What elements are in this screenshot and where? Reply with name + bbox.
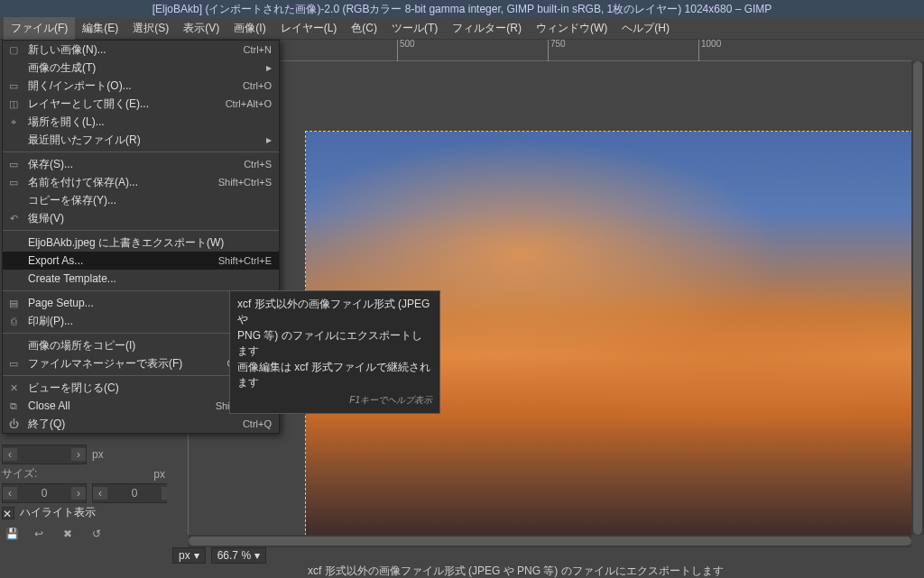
checkbox-icon: ✕ <box>2 507 14 519</box>
menu-help[interactable]: ヘルプ(H) <box>614 17 677 40</box>
menu-item[interactable]: ◫レイヤーとして開く(E)...Ctrl+Alt+O <box>3 95 279 113</box>
menu-item[interactable]: EljoBAkb.jpeg に上書きエクスポート(W) <box>3 234 279 252</box>
menu-item-icon <box>6 235 21 250</box>
menu-windows[interactable]: ウィンドウ(W) <box>529 17 614 40</box>
panel-toolbar: 💾 ↩ ✖ ↺ <box>2 522 165 546</box>
chevron-down-icon: ▾ <box>254 549 260 562</box>
menu-edit[interactable]: 編集(E) <box>75 17 125 40</box>
menu-item[interactable]: ▭保存(S)...Ctrl+S <box>3 155 279 173</box>
menu-item[interactable]: ↶復帰(V) <box>3 209 279 227</box>
menu-item-shortcut: Ctrl+S <box>244 159 272 170</box>
menu-item-label: 名前を付けて保存(A)... <box>28 175 211 190</box>
menu-item-icon <box>6 133 21 147</box>
menu-item-label: 画像の生成(T) <box>28 60 259 76</box>
menu-item-icon: ⌖ <box>6 115 21 129</box>
menu-item-icon <box>6 60 21 75</box>
menu-item[interactable]: 最近開いたファイル(R)▸ <box>3 131 279 149</box>
menu-item[interactable]: ⌖場所を開く(L)... <box>3 113 279 131</box>
menu-item-icon: ▭ <box>6 157 21 171</box>
tooltip-line: PNG 等) のファイルにエクスポートします <box>237 328 432 360</box>
ruler-tick: 750 <box>548 40 566 61</box>
tooltip-line: xcf 形式以外の画像ファイル形式 (JPEG や <box>237 297 432 328</box>
zoom-field[interactable]: 66.7 %▾ <box>211 547 266 564</box>
unit-label-2: px <box>153 468 165 481</box>
statusbar: px▾ 66.7 %▾ <box>167 547 924 564</box>
chevron-down-icon: ▾ <box>194 549 199 562</box>
menu-item-shortcut: Ctrl+N <box>244 44 272 55</box>
menu-item-label: 場所を開く(L)... <box>28 115 272 130</box>
menu-view[interactable]: 表示(V) <box>176 17 226 40</box>
menu-file[interactable]: ファイル(F) <box>4 17 75 40</box>
ruler-tick: 1000 <box>698 40 721 61</box>
menu-item-icon: ⧉ <box>6 399 21 413</box>
size-label-row: サイズ: px <box>2 466 165 482</box>
restore-preset-icon[interactable]: ↩ <box>34 528 47 540</box>
menu-item[interactable]: Create Template... <box>3 270 279 288</box>
menu-item-icon: ⏻ <box>6 417 21 431</box>
menu-item-shortcut: Ctrl+Alt+O <box>226 98 272 109</box>
menu-item-icon <box>6 338 21 353</box>
menu-item[interactable]: コピーを保存(Y)... <box>3 191 279 209</box>
scrollbar-horizontal[interactable] <box>189 535 911 547</box>
window-titlebar: [EljoBAkb] (インポートされた画像)-2.0 (RGBカラー 8-bi… <box>0 0 924 18</box>
menu-item-label: Export As... <box>28 254 211 267</box>
menu-item-icon: ↶ <box>6 211 21 225</box>
ruler-tick: 500 <box>397 40 415 61</box>
menu-item-label: 最近開いたファイル(R) <box>28 133 259 148</box>
highlight-checkbox[interactable]: ✕ ハイライト表示 <box>2 505 165 520</box>
menu-item-label: ビューを閉じる(C) <box>28 381 234 396</box>
menu-item-icon: ▭ <box>6 175 21 189</box>
menu-item-icon <box>6 253 21 268</box>
menubar: ファイル(F) 編集(E) 選択(S) 表示(V) 画像(I) レイヤー(L) … <box>0 18 924 40</box>
scrollbar-vertical[interactable] <box>911 61 924 535</box>
menu-item-icon: ▢ <box>6 42 21 57</box>
menu-item-label: Create Template... <box>28 272 272 285</box>
menu-item-icon <box>6 271 21 286</box>
spin-1[interactable]: ‹ › <box>2 445 87 464</box>
menu-item-icon: ✕ <box>6 381 21 395</box>
submenu-arrow-icon: ▸ <box>266 133 272 146</box>
menu-item[interactable]: Export As...Shift+Ctrl+E <box>3 252 279 270</box>
menu-colors[interactable]: 色(C) <box>344 17 384 40</box>
scrollbar-thumb[interactable] <box>189 537 911 546</box>
spin-row-2: ‹0› ‹0› <box>2 483 165 503</box>
menu-item-icon: ⎙ <box>6 314 21 328</box>
ruler-horizontal[interactable]: 250 500 750 1000 <box>189 40 911 61</box>
menu-item[interactable]: ▢新しい画像(N)...Ctrl+N <box>3 41 279 59</box>
menu-item-shortcut: Shift+Ctrl+S <box>218 177 272 188</box>
menu-item[interactable]: ⏻終了(Q)Ctrl+Q <box>3 415 279 433</box>
menu-tools[interactable]: ツール(T) <box>384 17 445 40</box>
menu-item-label: 開く/インポート(O)... <box>28 78 236 94</box>
menu-item[interactable]: ▭名前を付けて保存(A)...Shift+Ctrl+S <box>3 173 279 191</box>
menu-item-icon: ▭ <box>6 78 21 93</box>
menu-filters[interactable]: フィルター(R) <box>445 17 529 40</box>
menu-item-label: 終了(Q) <box>28 417 236 432</box>
menu-item-label: EljoBAkb.jpeg に上書きエクスポート(W) <box>28 235 272 251</box>
menu-item-shortcut: Shift+Ctrl+E <box>218 255 272 266</box>
menu-item-icon <box>6 193 21 207</box>
menu-item-label: 保存(S)... <box>28 157 236 172</box>
statusbar-message: xcf 形式以外の画像ファイル形式 (JPEG や PNG 等) のファイルにエ… <box>167 564 924 578</box>
unit-label: px <box>92 448 104 461</box>
spin-row-1: ‹ › px <box>2 445 165 464</box>
highlight-label: ハイライト表示 <box>20 505 96 520</box>
menu-item-label: 新しい画像(N)... <box>28 42 236 58</box>
tooltip-hint: F1キーでヘルプ表示 <box>237 394 432 408</box>
menu-image[interactable]: 画像(I) <box>226 17 273 40</box>
reset-preset-icon[interactable]: ↺ <box>92 528 105 540</box>
menu-item-icon: ◫ <box>6 96 21 111</box>
status-text: xcf 形式以外の画像ファイル形式 (JPEG や PNG 等) のファイルにエ… <box>308 564 724 579</box>
tooltip-line: 画像編集は xcf 形式ファイルで継続されます <box>237 360 432 391</box>
menu-item[interactable]: ▭開く/インポート(O)...Ctrl+O <box>3 77 279 95</box>
menu-layer[interactable]: レイヤー(L) <box>273 17 345 40</box>
menu-item[interactable]: 画像の生成(T)▸ <box>3 59 279 77</box>
size-label: サイズ: <box>2 466 37 482</box>
menu-select[interactable]: 選択(S) <box>125 17 176 40</box>
delete-preset-icon[interactable]: ✖ <box>63 528 76 540</box>
menu-item-label: コピーを保存(Y)... <box>28 193 272 208</box>
scrollbar-thumb[interactable] <box>913 61 922 535</box>
save-preset-icon[interactable]: 💾 <box>5 528 18 540</box>
unit-selector[interactable]: px▾ <box>172 547 206 564</box>
spin-width[interactable]: ‹0› <box>2 483 87 503</box>
spin-height[interactable]: ‹0› <box>92 483 177 503</box>
